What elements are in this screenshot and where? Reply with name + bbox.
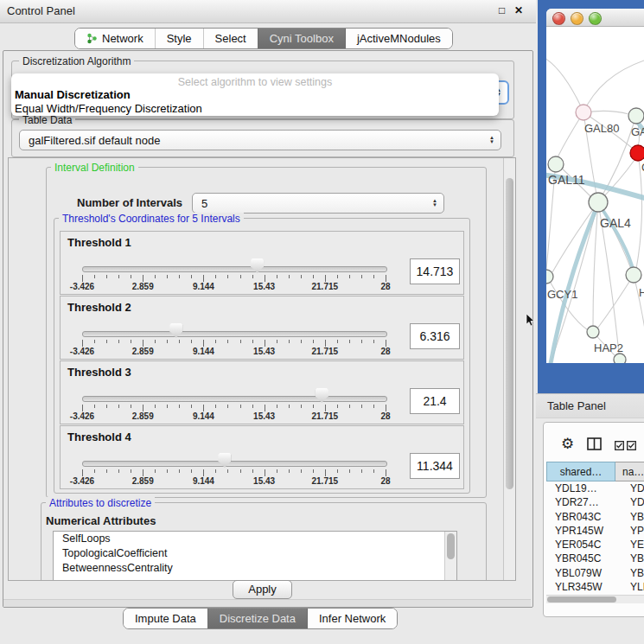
split-view-icon[interactable] [587, 437, 602, 450]
threshold-label: Threshold 3 [67, 366, 131, 379]
num-intervals-combobox[interactable]: 5 ▲▼ [192, 193, 444, 214]
network-canvas[interactable]: GAL80GACGAL11GAL4GCY1HHAP2 [546, 26, 644, 363]
attributes-list-scrollbar[interactable] [444, 532, 456, 581]
table-row[interactable]: YBR043CYBR043C [546, 510, 644, 524]
cell-name: YDL19… [622, 481, 644, 495]
settings-vertical-scrollbar[interactable] [503, 158, 515, 580]
tab-label: Style [167, 29, 192, 48]
table-data-combobox[interactable]: galFiltered.sif default node ▲▼ [19, 130, 501, 150]
apply-button[interactable]: Apply [233, 580, 292, 599]
tab-jactivemnodules[interactable]: jActiveMNodules [345, 29, 452, 48]
bottom-tab-infer-network[interactable]: Infer Network [307, 609, 397, 628]
node-h[interactable] [626, 267, 641, 283]
node-red[interactable] [630, 145, 644, 161]
tick-mark [373, 405, 374, 408]
tick-mark [82, 469, 83, 476]
node-bottom[interactable] [614, 354, 626, 363]
column-header-name[interactable]: na… [615, 462, 644, 481]
node-gal11-label: GAL11 [548, 173, 585, 187]
table-row[interactable]: YDR27…YDR27… [546, 495, 644, 509]
tick-label: -3.426 [70, 411, 94, 421]
node-hap2[interactable] [587, 326, 599, 338]
table-body: YDL19…YDL19…YDR27…YDR27…YBR043CYBR043CYP… [546, 481, 644, 596]
cell-name: YDR27… [622, 495, 644, 509]
table-horizontal-scrollbar[interactable] [546, 595, 644, 603]
bottom-tab-discretize-data[interactable]: Discretize Data [207, 609, 307, 628]
network-edge[interactable] [583, 61, 644, 112]
tick-mark [361, 340, 362, 343]
tick-mark [155, 405, 156, 408]
node-top-right[interactable] [628, 108, 644, 124]
table-row[interactable]: YBL079WYBL079W [546, 566, 644, 580]
tick-mark [167, 469, 168, 473]
close-traffic-light[interactable] [552, 12, 565, 25]
cell-name: YPR145W [622, 524, 644, 538]
close-window-icon[interactable]: ✕ [514, 4, 523, 16]
node-gal11[interactable] [548, 156, 564, 172]
network-edge[interactable] [546, 57, 581, 106]
tick-mark [143, 469, 143, 476]
slider-track[interactable] [82, 461, 387, 467]
checkbox-icon[interactable] [627, 441, 636, 450]
tick-label: 28 [380, 476, 390, 486]
attribute-list-item[interactable]: SelfLoops [54, 532, 456, 546]
table-row[interactable]: YER054CYER054C [546, 538, 644, 552]
threshold-value-field[interactable]: 14.713 [410, 258, 460, 284]
bottom-tab-impute-data[interactable]: Impute Data [124, 609, 207, 628]
tick-mark [265, 405, 265, 411]
attribute-list-item[interactable]: TopologicalCoefficient [54, 546, 456, 561]
float-window-icon[interactable]: □ [499, 4, 505, 16]
node-gal4[interactable] [589, 193, 608, 212]
tick-mark [215, 275, 216, 278]
table-row[interactable]: YLR345WYLR345W [546, 580, 644, 594]
tab-cyni-toolbox[interactable]: Cyni Toolbox [258, 29, 345, 48]
tab-select[interactable]: Select [203, 29, 258, 48]
tick-mark [155, 275, 156, 278]
tick-mark [349, 340, 350, 343]
node-top-right-label: GA [631, 125, 644, 138]
tick-mark [203, 275, 204, 282]
tab-network[interactable]: Network [75, 29, 155, 48]
tick-mark [131, 275, 131, 278]
network-edge-highlighted[interactable] [550, 204, 598, 363]
minimize-traffic-light[interactable] [571, 12, 583, 25]
node-h-label: H [639, 286, 644, 299]
tick-mark [265, 340, 265, 347]
tick-label: 9.144 [193, 347, 214, 356]
column-header-shared-name[interactable]: shared… [546, 462, 615, 481]
algorithm-popup-prompt: Select algorithm to view settings [11, 76, 499, 88]
table-data-group: Table Data galFiltered.sif default node … [11, 119, 514, 157]
threshold-value-field[interactable]: 6.316 [410, 323, 460, 349]
tick-mark [240, 469, 241, 473]
gear-icon[interactable]: ⚙ [561, 435, 574, 453]
numerical-attributes-list[interactable]: SelfLoopsTopologicalCoefficientBetweenne… [53, 531, 457, 581]
zoom-traffic-light[interactable] [589, 12, 602, 25]
attribute-list-item[interactable]: BetweennessCentrality [54, 561, 456, 576]
table-row[interactable]: YDL19…YDL19… [546, 481, 644, 495]
tick-mark [227, 275, 228, 278]
tick-mark [252, 469, 253, 473]
table-row[interactable]: YBR045CYBR045C [546, 552, 644, 565]
table-row[interactable]: YPR145WYPR145W [546, 524, 644, 538]
tick-mark [179, 469, 180, 473]
threshold-value-field[interactable]: 11.344 [410, 453, 460, 479]
slider-track[interactable] [82, 266, 387, 272]
tab-style[interactable]: Style [155, 29, 203, 48]
checkbox-icon[interactable] [615, 441, 624, 450]
tick-mark [191, 275, 192, 278]
panel-footer-band [3, 599, 531, 607]
popup-option-manual-discretization[interactable]: Manual Discretization [14, 88, 496, 101]
node-gcy1-label: GCY1 [547, 288, 577, 301]
tick-mark [118, 405, 119, 408]
threshold-value-field[interactable]: 21.4 [410, 388, 460, 414]
node-gal80[interactable] [576, 105, 591, 120]
node-hap2-label: HAP2 [594, 341, 623, 354]
tab-label: Select [215, 29, 246, 48]
slider-track[interactable] [82, 396, 387, 402]
tick-label: 2.859 [132, 411, 154, 421]
threshold-panel-1: Threshold 1-3.4262.8599.14415.4321.71528… [60, 231, 464, 295]
discretization-algorithm-legend: Discretization Algorithm [19, 55, 134, 67]
popup-option-equal-width[interactable]: Equal Width/Frequency Discretization [14, 102, 496, 115]
tick-mark [277, 340, 277, 343]
slider-track[interactable] [82, 331, 387, 337]
